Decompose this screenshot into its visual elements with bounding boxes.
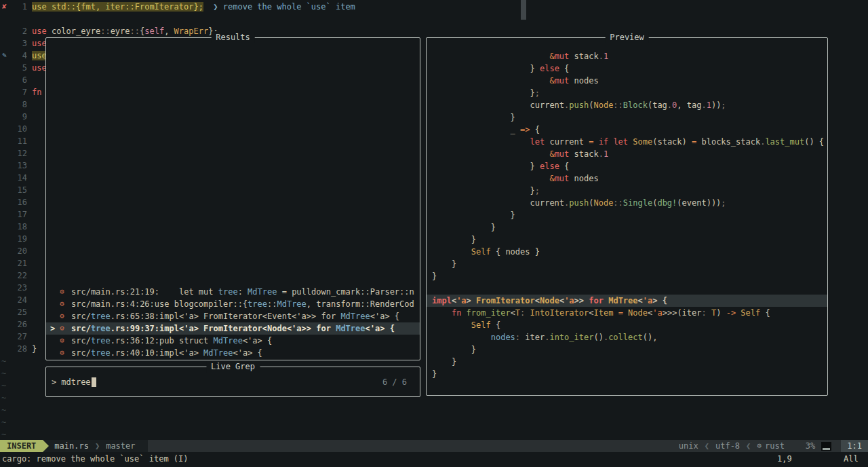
telescope-preview-window: Preview &mut stack.1 } else { &mut nodes… — [426, 37, 828, 396]
line-number: 1 — [16, 1, 27, 13]
powerline-arrow-icon — [43, 440, 49, 452]
text-segment: T — [515, 308, 520, 318]
result-row[interactable]: ⚙src/main.rs:4:26:use blogcompiler::{tre… — [46, 298, 420, 310]
buffer-line[interactable]: 2use color_eyre::eyre::{self, WrapErr}; — [0, 25, 868, 37]
selection-caret-icon — [50, 310, 60, 322]
text-segment: & — [549, 76, 554, 86]
line-text: use color_eyre::eyre::{self, WrapErr}; — [32, 25, 218, 37]
rust-file-icon: ⚙ — [60, 286, 71, 298]
filler-line: ~ — [0, 416, 868, 428]
text-segment: src/ — [71, 347, 91, 359]
rust-gear-icon: ⚙ — [757, 440, 762, 452]
result-row[interactable]: ⚙src/tree.rs:65:38:impl<'a> FromIterator… — [46, 310, 420, 322]
results-list[interactable]: ⚙src/main.rs:21:19: let mut tree: MdTree… — [46, 286, 420, 359]
text-segment: tree — [218, 286, 238, 298]
line-number: 3 — [16, 37, 27, 50]
mode-indicator: INSERT — [0, 440, 43, 452]
cmdline-message: cargo: remove the whole `use` item (I) — [0, 454, 189, 464]
text-segment: < — [511, 308, 515, 318]
text-segment: Item — [594, 308, 614, 318]
cursor-location: 1:1 — [841, 440, 868, 452]
text-segment: use — [32, 51, 47, 60]
text-segment: 'a — [652, 308, 662, 318]
sign-column — [0, 269, 16, 282]
rust-file-icon: ⚙ — [60, 298, 71, 310]
line-number: 20 — [16, 245, 27, 257]
text-segment: } — [432, 369, 437, 379]
text-segment: MdTree — [214, 335, 243, 347]
text-segment: } — [32, 344, 37, 354]
progress-bar-fill — [823, 448, 830, 450]
text-segment: () — [593, 333, 603, 342]
scrollbar-thumb[interactable] — [521, 0, 526, 20]
selection-caret-icon — [50, 286, 60, 298]
text-segment: } — [511, 210, 515, 220]
text-segment: : — [702, 308, 707, 318]
text-segment: } — [471, 345, 476, 354]
rust-file-icon: ⚙ — [60, 322, 71, 335]
sign-column — [0, 111, 16, 123]
telescope-prompt-window: Live Grep > mdtree 6 / 6 — [45, 367, 420, 397]
text-segment: Node — [540, 296, 559, 305]
line-number: 28 — [16, 343, 27, 355]
text-segment: mut — [555, 149, 570, 159]
filetype-indicator: ⚙ rust — [757, 440, 785, 452]
text-segment: let — [530, 137, 545, 147]
text-segment: push — [569, 100, 589, 110]
text-segment: else — [540, 162, 559, 171]
text-segment: (tag — [648, 100, 667, 110]
result-row[interactable]: ⚙src/tree.rs:40:10:impl<'a> MdTree<'a> { — [46, 347, 420, 359]
sign-column — [0, 160, 16, 172]
sign-column — [0, 13, 16, 25]
line-number: 21 — [16, 257, 27, 269]
result-row-selected[interactable]: >⚙src/tree.rs:99:37:impl<'a> FromIterato… — [46, 322, 420, 335]
text-segment: )) — [711, 100, 721, 110]
text-segment: iter — [520, 333, 545, 342]
text-segment: , tag — [677, 100, 701, 110]
line-number: 25 — [16, 306, 27, 318]
text-segment: 1 — [604, 52, 608, 61]
statusline-right-section: unix ❮ utf-8 ❮ ⚙ rust 3% 1:1 — [679, 440, 868, 452]
sign-column — [0, 62, 16, 74]
result-row[interactable]: ⚙src/main.rs:21:19: let mut tree: MdTree… — [46, 286, 420, 298]
search-query-input[interactable]: mdtree — [61, 376, 90, 388]
text-segment: <'a> { — [366, 322, 395, 335]
preview-code-line: fn from_iter<T: IntoIterator<Item = Node… — [427, 307, 827, 319]
text-segment: Self — [471, 320, 491, 330]
preview-code[interactable]: &mut stack.1 } else { &mut nodes }; curr… — [427, 50, 827, 380]
text-segment: push — [569, 198, 589, 208]
text-segment: Some — [633, 137, 652, 147]
file-format: unix — [679, 440, 698, 452]
text-segment: into_iter — [549, 333, 593, 342]
tilde-marker: ~ — [0, 392, 6, 404]
text-segment: } — [471, 235, 476, 244]
sign-column — [0, 294, 16, 306]
preview-code-line: } — [427, 368, 827, 380]
preview-code-line: } — [427, 343, 827, 356]
rust-file-icon: ⚙ — [60, 335, 71, 347]
buffer-line[interactable] — [0, 13, 868, 25]
text-segment: :: — [267, 298, 277, 310]
text-segment: collect — [608, 333, 643, 342]
text-segment: ; — [721, 198, 726, 208]
preview-code-line: &mut stack.1 — [427, 148, 827, 160]
text-segment: stack — [569, 149, 598, 159]
file-encoding: utf-8 — [715, 440, 740, 452]
text-segment: ; — [535, 88, 540, 98]
text-segment: current — [530, 198, 565, 208]
text-segment: . — [701, 100, 706, 110]
text-segment: 'a — [643, 296, 652, 305]
buffer-line[interactable]: ✘1use std::{fmt, iter::FromIterator}; ❯ … — [0, 1, 868, 13]
text-segment: < — [589, 308, 593, 318]
prompt-window-title: Live Grep — [206, 361, 260, 373]
result-row[interactable]: ⚙src/tree.rs:36:12:pub struct MdTree<'a>… — [46, 335, 420, 347]
text-cursor — [92, 377, 96, 387]
code-action-sign-icon: ✎ — [0, 50, 16, 62]
text-segment: () { — [804, 137, 824, 147]
text-segment: .rs:99:37:impl<'a> FromIterator<Node<'a>… — [111, 322, 336, 335]
telescope-results-window: Results ⚙src/main.rs:21:19: let mut tree… — [45, 37, 420, 360]
text-segment: 1 — [604, 149, 608, 159]
prompt-line: > mdtree 6 / 6 — [52, 376, 420, 388]
text-segment: tree — [91, 322, 111, 335]
text-segment: if — [599, 137, 608, 147]
